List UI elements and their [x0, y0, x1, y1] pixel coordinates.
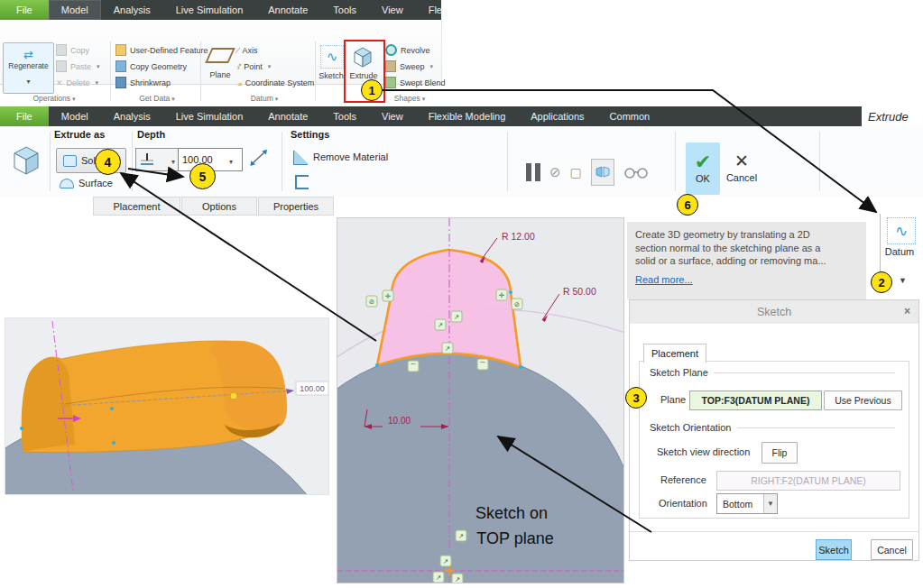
- no-preview-icon[interactable]: ⊘: [549, 164, 561, 180]
- copy-geometry-button[interactable]: Copy Geometry: [115, 60, 187, 73]
- sketch-confirm-button[interactable]: Sketch: [816, 539, 852, 560]
- svg-text:↗: ↗: [455, 575, 460, 583]
- context-tab-extrude[interactable]: Extrude: [868, 110, 909, 124]
- coordinate-system-icon: ⟓: [237, 78, 242, 88]
- point-icon: ₓ˟: [237, 62, 240, 70]
- tab-annotate[interactable]: Annotate: [255, 0, 320, 20]
- copy-geometry-icon: [115, 60, 126, 72]
- ribbon2-tab-bar: File Model Analysis Live Simulation Anno…: [0, 106, 862, 126]
- panel-tab-placement[interactable]: Placement: [93, 197, 180, 216]
- extrude-as-label: Extrude as: [54, 129, 105, 140]
- sketch-cancel-button[interactable]: Cancel: [871, 539, 913, 560]
- sketch-button[interactable]: [320, 45, 344, 69]
- read-more-link[interactable]: Read more...: [635, 274, 693, 285]
- panel-tab-properties[interactable]: Properties: [258, 197, 334, 216]
- tab-file[interactable]: File: [0, 0, 49, 20]
- operations-group-label[interactable]: Operations: [4, 94, 105, 103]
- flip-depth-direction-icon[interactable]: [249, 148, 269, 168]
- get-data-group-label[interactable]: Get Data: [115, 94, 198, 103]
- application-window: File Model Analysis Live Simulation Anno…: [0, 0, 923, 588]
- tab2-annotate[interactable]: Annotate: [255, 106, 320, 126]
- radius-50-dimension[interactable]: R 50.00: [563, 286, 596, 297]
- tab2-tools[interactable]: Tools: [320, 106, 369, 126]
- dialog-separator: [630, 531, 918, 532]
- close-icon[interactable]: ×: [904, 305, 910, 317]
- tab2-analysis[interactable]: Analysis: [101, 106, 163, 126]
- sketch-plane-field[interactable]: TOP:F3(DATUM PLANE): [689, 390, 822, 410]
- paste-icon: [56, 60, 67, 72]
- ok-button[interactable]: ✔ OK: [686, 142, 720, 195]
- remove-material-icon: [294, 150, 309, 164]
- surface-icon: [60, 179, 74, 188]
- tab-flexible-modeling[interactable]: Fle: [416, 0, 455, 20]
- sketch-dialog-title: Sketch: [757, 306, 791, 318]
- panel-tab-options[interactable]: Options: [181, 197, 257, 216]
- placement-tab[interactable]: Placement: [643, 344, 706, 363]
- group-separator: [110, 41, 111, 101]
- step-callout-5: 5: [189, 163, 216, 189]
- plane-icon: [205, 48, 235, 63]
- caption-line1: Sketch on: [475, 504, 548, 522]
- tab-model[interactable]: Model: [49, 0, 101, 20]
- shaded-preview-toggle[interactable]: [591, 159, 614, 186]
- coordinate-system-button[interactable]: ⟓Coordinate System: [237, 76, 314, 89]
- plane-button[interactable]: [208, 48, 232, 67]
- step-callout-4: 4: [95, 149, 121, 175]
- datum-sketch-icon[interactable]: [887, 217, 916, 244]
- tab-view[interactable]: View: [369, 0, 416, 20]
- group-separator: [282, 132, 282, 191]
- group-separator: [200, 41, 201, 101]
- offset-10-dimension[interactable]: 10.00: [388, 416, 411, 426]
- sketch-icon: [320, 45, 344, 69]
- surface-button[interactable]: Surface: [60, 178, 113, 188]
- swept-blend-button[interactable]: Swept Blend: [385, 76, 446, 89]
- orientation-select[interactable]: Bottom ▼: [716, 493, 778, 514]
- verify-glasses-icon[interactable]: [623, 166, 649, 179]
- shrinkwrap-button[interactable]: Shrinkwrap: [115, 76, 171, 89]
- svg-text:✛: ✛: [385, 292, 391, 300]
- sketch-viewport[interactable]: ⊘ ✛ ✛ ⊘ ↗ ↗ ↗ ⌒ ⌒ ↗ ↗ ↗ ↗ R 12.00 R 50.0…: [337, 217, 624, 583]
- tab2-view[interactable]: View: [369, 106, 416, 126]
- flip-button[interactable]: Flip: [761, 442, 798, 464]
- tab-tools[interactable]: Tools: [320, 0, 369, 20]
- tab-analysis[interactable]: Analysis: [101, 0, 163, 20]
- tab-live-simulation[interactable]: Live Simulation: [163, 0, 256, 20]
- datum-dropdown-caret-icon[interactable]: ▼: [899, 276, 907, 285]
- datum-group-label[interactable]: Datum: [233, 94, 296, 103]
- svg-text:⌒: ⌒: [479, 361, 486, 369]
- cancel-button[interactable]: ✕ Cancel: [723, 142, 761, 195]
- wireframe-preview-icon[interactable]: ▢: [570, 165, 582, 179]
- reference-field[interactable]: RIGHT:F2(DATUM PLANE): [716, 471, 900, 491]
- model-viewport[interactable]: 100.00: [5, 317, 329, 495]
- tab2-model[interactable]: Model: [49, 106, 101, 126]
- point-button[interactable]: ₓ˟Point: [237, 60, 271, 73]
- sketch-dialog-header[interactable]: Sketch ×: [630, 300, 918, 324]
- depth-dimension-value[interactable]: 100.00: [300, 384, 325, 393]
- tab2-file[interactable]: File: [0, 106, 49, 126]
- step-callout-1: 1: [361, 79, 383, 101]
- user-defined-feature-button[interactable]: User-Defined Feature: [115, 43, 208, 57]
- tab2-applications[interactable]: Applications: [518, 106, 596, 126]
- pause-icon[interactable]: [526, 163, 540, 181]
- radius-12-dimension[interactable]: R 12.00: [502, 231, 535, 242]
- sweep-button[interactable]: Sweep: [385, 60, 433, 73]
- tab2-flexible-modeling[interactable]: Flexible Modeling: [416, 106, 519, 126]
- revolve-button[interactable]: Revolve: [385, 43, 430, 57]
- cylinder-face[interactable]: [337, 352, 624, 583]
- axis-button[interactable]: ∕Axis: [237, 43, 258, 57]
- swept-blend-icon: [385, 77, 396, 88]
- thicken-sketch-button[interactable]: [295, 175, 309, 193]
- tab2-common[interactable]: Common: [597, 106, 663, 126]
- tab2-live-simulation[interactable]: Live Simulation: [163, 106, 256, 126]
- axis-icon: ∕: [237, 46, 239, 55]
- depth-type-dropdown[interactable]: [135, 148, 179, 171]
- use-previous-button[interactable]: Use Previous: [824, 390, 902, 410]
- remove-material-button[interactable]: Remove Material: [294, 150, 388, 164]
- datum-flyout-label: Datum: [877, 246, 922, 257]
- shapes-group-label[interactable]: Shapes: [383, 94, 437, 103]
- ribbon1-tab-bar: File Model Analysis Live Simulation Anno…: [0, 0, 441, 20]
- drag-handle-dot[interactable]: [230, 392, 237, 400]
- revolve-icon: [385, 44, 397, 56]
- sweep-icon: [385, 60, 396, 72]
- regenerate-button[interactable]: ⇄ Regenerate: [3, 42, 54, 94]
